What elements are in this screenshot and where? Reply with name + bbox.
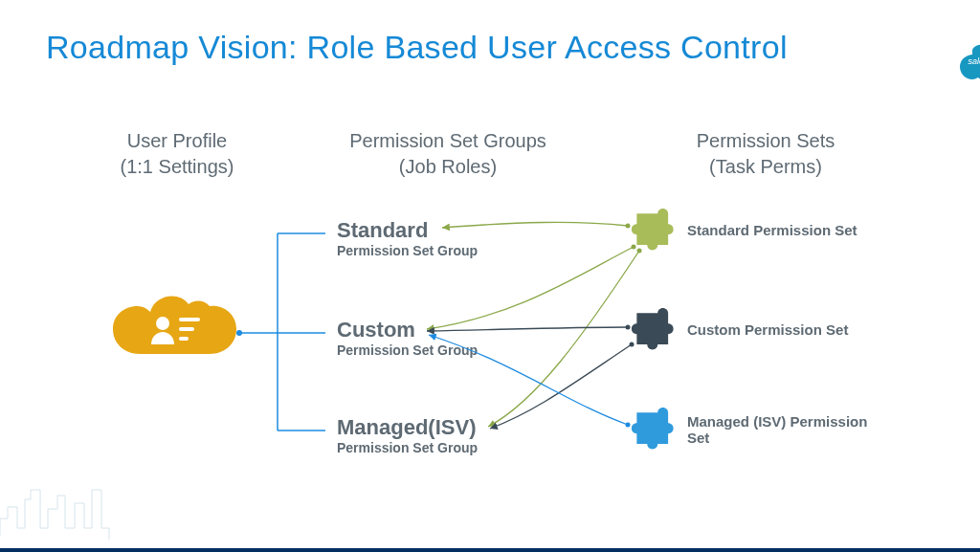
bottom-bar [0, 548, 980, 552]
city-silhouette [0, 0, 980, 552]
slide: Roadmap Vision: Role Based User Access C… [0, 0, 980, 552]
